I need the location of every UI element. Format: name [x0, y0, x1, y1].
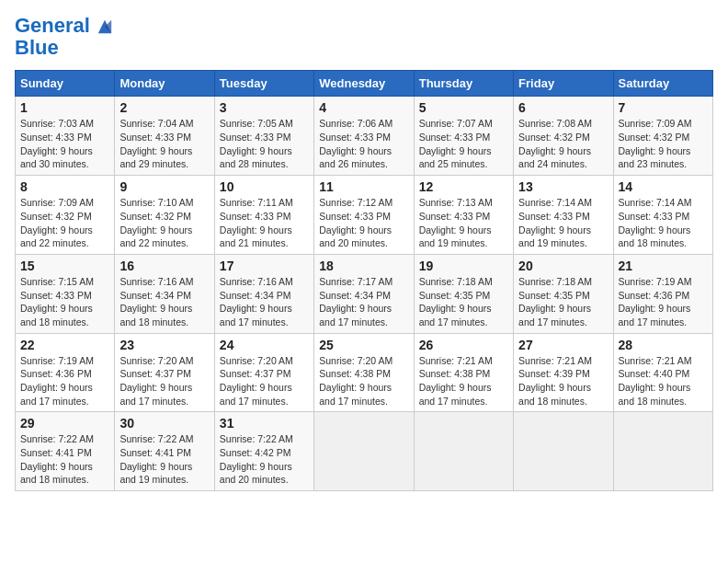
day-number: 16 [119, 259, 209, 273]
day-number: 3 [220, 100, 309, 115]
day-info: Sunrise: 7:08 AM Sunset: 4:32 PM Dayligh… [518, 117, 608, 171]
day-info: Sunrise: 7:18 AM Sunset: 4:35 PM Dayligh… [518, 275, 608, 329]
calendar-cell: 31Sunrise: 7:22 AM Sunset: 4:42 PM Dayli… [214, 412, 313, 491]
calendar-cell: 7Sunrise: 7:09 AM Sunset: 4:32 PM Daylig… [613, 97, 712, 176]
calendar-week-row: 8Sunrise: 7:09 AM Sunset: 4:32 PM Daylig… [16, 176, 713, 255]
day-of-week-header: Friday [514, 71, 613, 97]
day-info: Sunrise: 7:17 AM Sunset: 4:34 PM Dayligh… [319, 275, 408, 329]
day-number: 20 [518, 259, 608, 273]
day-number: 4 [319, 100, 408, 115]
calendar-cell: 30Sunrise: 7:22 AM Sunset: 4:41 PM Dayli… [115, 412, 214, 491]
calendar-cell: 18Sunrise: 7:17 AM Sunset: 4:34 PM Dayli… [314, 254, 414, 333]
day-number: 21 [619, 259, 708, 273]
day-info: Sunrise: 7:20 AM Sunset: 4:37 PM Dayligh… [220, 354, 309, 408]
calendar-cell: 15Sunrise: 7:15 AM Sunset: 4:33 PM Dayli… [16, 254, 115, 333]
calendar-cell: 1Sunrise: 7:03 AM Sunset: 4:33 PM Daylig… [16, 97, 115, 176]
day-number: 11 [319, 179, 408, 194]
calendar-cell: 11Sunrise: 7:12 AM Sunset: 4:33 PM Dayli… [314, 176, 414, 255]
calendar-cell: 25Sunrise: 7:20 AM Sunset: 4:38 PM Dayli… [314, 333, 414, 412]
day-info: Sunrise: 7:16 AM Sunset: 4:34 PM Dayligh… [220, 275, 309, 329]
day-number: 30 [119, 416, 209, 431]
day-info: Sunrise: 7:11 AM Sunset: 4:33 PM Dayligh… [220, 196, 309, 250]
day-number: 12 [419, 179, 508, 194]
day-number: 29 [20, 416, 109, 431]
day-of-week-header: Thursday [414, 71, 513, 97]
day-number: 1 [20, 100, 109, 115]
day-number: 2 [119, 100, 209, 115]
day-info: Sunrise: 7:13 AM Sunset: 4:33 PM Dayligh… [419, 196, 508, 250]
day-info: Sunrise: 7:12 AM Sunset: 4:33 PM Dayligh… [319, 196, 408, 250]
day-number: 13 [518, 179, 608, 194]
calendar-cell: 4Sunrise: 7:06 AM Sunset: 4:33 PM Daylig… [314, 97, 414, 176]
day-of-week-header: Tuesday [214, 71, 313, 97]
day-number: 14 [619, 179, 708, 194]
calendar-cell: 14Sunrise: 7:14 AM Sunset: 4:33 PM Dayli… [613, 176, 712, 255]
calendar-cell [514, 412, 613, 491]
day-number: 27 [518, 338, 608, 352]
calendar-cell [314, 412, 414, 491]
calendar-cell: 17Sunrise: 7:16 AM Sunset: 4:34 PM Dayli… [214, 254, 313, 333]
logo-text-blue: Blue [15, 37, 113, 59]
day-info: Sunrise: 7:14 AM Sunset: 4:33 PM Dayligh… [518, 196, 608, 250]
header: General Blue [15, 15, 713, 59]
calendar-cell: 9Sunrise: 7:10 AM Sunset: 4:32 PM Daylig… [115, 176, 214, 255]
day-number: 24 [220, 338, 309, 352]
calendar-cell: 21Sunrise: 7:19 AM Sunset: 4:36 PM Dayli… [613, 254, 712, 333]
day-info: Sunrise: 7:07 AM Sunset: 4:33 PM Dayligh… [419, 117, 508, 171]
calendar-cell [613, 412, 712, 491]
day-info: Sunrise: 7:18 AM Sunset: 4:35 PM Dayligh… [419, 275, 508, 329]
calendar-body: 1Sunrise: 7:03 AM Sunset: 4:33 PM Daylig… [16, 97, 713, 491]
day-number: 5 [419, 100, 508, 115]
day-info: Sunrise: 7:09 AM Sunset: 4:32 PM Dayligh… [20, 196, 109, 250]
day-info: Sunrise: 7:22 AM Sunset: 4:41 PM Dayligh… [20, 432, 109, 487]
day-of-week-header: Monday [115, 71, 214, 97]
calendar-cell: 24Sunrise: 7:20 AM Sunset: 4:37 PM Dayli… [214, 333, 313, 412]
day-info: Sunrise: 7:10 AM Sunset: 4:32 PM Dayligh… [119, 196, 209, 250]
calendar-cell: 5Sunrise: 7:07 AM Sunset: 4:33 PM Daylig… [414, 97, 513, 176]
day-info: Sunrise: 7:06 AM Sunset: 4:33 PM Dayligh… [319, 117, 408, 171]
day-number: 31 [220, 416, 309, 431]
calendar-header-row: SundayMondayTuesdayWednesdayThursdayFrid… [16, 71, 713, 97]
day-number: 28 [619, 338, 708, 352]
day-number: 19 [419, 259, 508, 273]
day-info: Sunrise: 7:16 AM Sunset: 4:34 PM Dayligh… [119, 275, 209, 329]
day-info: Sunrise: 7:14 AM Sunset: 4:33 PM Dayligh… [619, 196, 708, 250]
calendar-cell: 8Sunrise: 7:09 AM Sunset: 4:32 PM Daylig… [16, 176, 115, 255]
day-info: Sunrise: 7:22 AM Sunset: 4:42 PM Dayligh… [220, 432, 309, 487]
logo-text: General [15, 15, 113, 37]
day-of-week-header: Sunday [16, 71, 115, 97]
day-info: Sunrise: 7:19 AM Sunset: 4:36 PM Dayligh… [619, 275, 708, 329]
calendar-week-row: 15Sunrise: 7:15 AM Sunset: 4:33 PM Dayli… [16, 254, 713, 333]
calendar-cell: 3Sunrise: 7:05 AM Sunset: 4:33 PM Daylig… [214, 97, 313, 176]
day-info: Sunrise: 7:21 AM Sunset: 4:40 PM Dayligh… [619, 354, 708, 408]
logo: General Blue [15, 15, 113, 59]
calendar-cell [414, 412, 513, 491]
day-info: Sunrise: 7:15 AM Sunset: 4:33 PM Dayligh… [20, 275, 109, 329]
calendar-cell: 10Sunrise: 7:11 AM Sunset: 4:33 PM Dayli… [214, 176, 313, 255]
calendar-cell: 23Sunrise: 7:20 AM Sunset: 4:37 PM Dayli… [115, 333, 214, 412]
calendar-cell: 26Sunrise: 7:21 AM Sunset: 4:38 PM Dayli… [414, 333, 513, 412]
calendar-cell: 6Sunrise: 7:08 AM Sunset: 4:32 PM Daylig… [514, 97, 613, 176]
day-number: 17 [220, 259, 309, 273]
calendar-cell: 28Sunrise: 7:21 AM Sunset: 4:40 PM Dayli… [613, 333, 712, 412]
day-number: 7 [619, 100, 708, 115]
day-info: Sunrise: 7:22 AM Sunset: 4:41 PM Dayligh… [119, 432, 209, 487]
calendar-cell: 12Sunrise: 7:13 AM Sunset: 4:33 PM Dayli… [414, 176, 513, 255]
calendar-cell: 29Sunrise: 7:22 AM Sunset: 4:41 PM Dayli… [16, 412, 115, 491]
day-info: Sunrise: 7:19 AM Sunset: 4:36 PM Dayligh… [20, 354, 109, 408]
day-number: 25 [319, 338, 408, 352]
day-info: Sunrise: 7:20 AM Sunset: 4:37 PM Dayligh… [119, 354, 209, 408]
calendar-cell: 20Sunrise: 7:18 AM Sunset: 4:35 PM Dayli… [514, 254, 613, 333]
day-number: 23 [119, 338, 209, 352]
calendar-cell: 16Sunrise: 7:16 AM Sunset: 4:34 PM Dayli… [115, 254, 214, 333]
day-info: Sunrise: 7:04 AM Sunset: 4:33 PM Dayligh… [119, 117, 209, 171]
calendar-cell: 19Sunrise: 7:18 AM Sunset: 4:35 PM Dayli… [414, 254, 513, 333]
day-number: 18 [319, 259, 408, 273]
day-number: 8 [20, 179, 109, 194]
day-number: 22 [20, 338, 109, 352]
calendar-cell: 27Sunrise: 7:21 AM Sunset: 4:39 PM Dayli… [514, 333, 613, 412]
day-number: 26 [419, 338, 508, 352]
logo-icon [97, 18, 113, 35]
day-info: Sunrise: 7:21 AM Sunset: 4:38 PM Dayligh… [419, 354, 508, 408]
day-of-week-header: Saturday [613, 71, 712, 97]
